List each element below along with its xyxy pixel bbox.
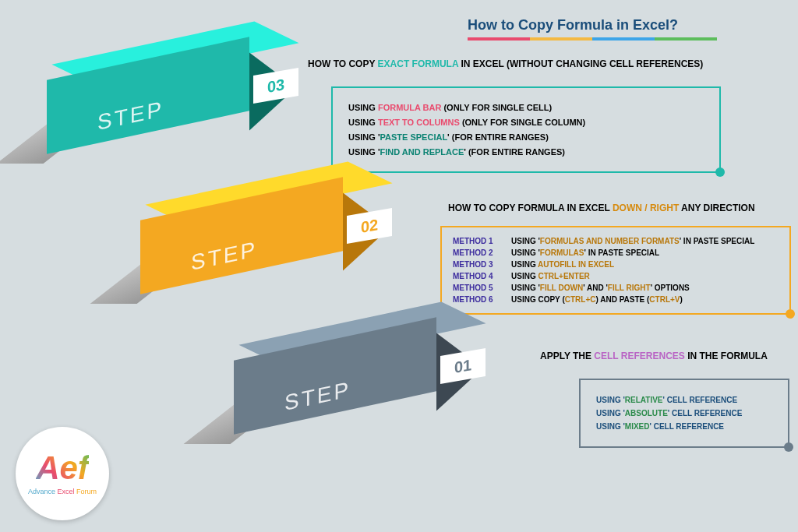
step-3-arrow: STEP 03 [47,58,304,167]
list-item: USING 'ABSOLUTE' CELL REFERENCE [596,409,772,417]
list-item: METHOD 1USING 'FORMULAS AND NUMBER FORMA… [453,237,779,245]
list-item: USING 'RELATIVE' CELL REFERENCE [596,396,772,404]
step-3-box: USING FORMULA BAR (ONLY FOR SINGLE CELL)… [331,86,721,173]
box-dot-icon [715,167,725,177]
list-item: USING FORMULA BAR (ONLY FOR SINGLE CELL) [348,103,704,112]
page-title: How to Copy Formula in Excel? [468,17,678,33]
step-2-content: HOW TO COPY FORMULA IN EXCEL DOWN / RIGH… [448,203,791,315]
step-1-heading: APPLY THE CELL REFERENCES IN THE FORMULA [540,351,789,361]
box-dot-icon [786,309,795,319]
title-underline [468,37,717,41]
step-2-arrow: STEP 02 [140,199,397,308]
step-2-box: METHOD 1USING 'FORMULAS AND NUMBER FORMA… [440,226,791,315]
logo-icon: Aef [36,452,89,484]
step-1-box: USING 'RELATIVE' CELL REFERENCE USING 'A… [579,379,789,448]
list-item: METHOD 4USING CTRL+ENTER [453,272,779,280]
list-item: METHOD 5USING 'FILL DOWN' AND 'FILL RIGH… [453,284,779,292]
step-1-content: APPLY THE CELL REFERENCES IN THE FORMULA… [540,351,789,448]
brand-logo: Aef Advance Excel Forum [16,427,109,520]
list-item: USING TEXT TO COLUMNS (ONLY FOR SINGLE C… [348,118,704,127]
box-dot-icon [784,442,793,452]
list-item: USING 'FIND AND REPLACE' (FOR ENTIRE RAN… [348,147,704,157]
step-2-heading: HOW TO COPY FORMULA IN EXCEL DOWN / RIGH… [448,203,791,213]
list-item: METHOD 3USING AUTOFILL IN EXCEL [453,260,779,269]
step-3-content: HOW TO COPY EXACT FORMULA IN EXCEL (WITH… [308,58,783,173]
list-item: METHOD 6USING COPY (CTRL+C) AND PASTE (C… [453,295,779,304]
list-item: METHOD 2USING 'FORMULAS' IN PASTE SPECIA… [453,248,779,257]
list-item: USING 'PASTE SPECIAL' (FOR ENTIRE RANGES… [348,132,704,142]
step-1-arrow: STEP 01 [234,339,491,448]
step-3-heading: HOW TO COPY EXACT FORMULA IN EXCEL (WITH… [308,58,783,69]
list-item: USING 'MIXED' CELL REFERENCE [596,422,772,431]
logo-text: Advance Excel Forum [28,488,97,495]
